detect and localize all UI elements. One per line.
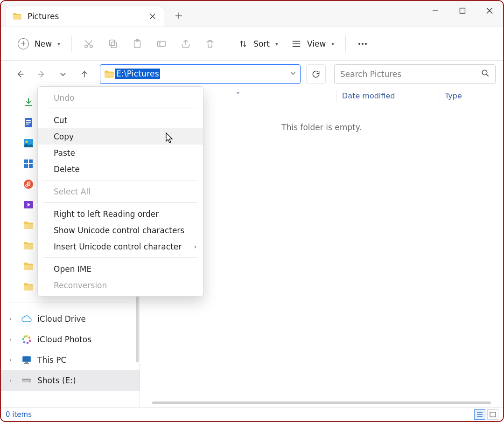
thumbnails-view-button[interactable] <box>487 409 498 420</box>
tree-label: iCloud Photos <box>37 335 91 344</box>
new-tab-button[interactable] <box>172 9 186 23</box>
svg-point-9 <box>362 43 364 45</box>
menu-item-rtl[interactable]: Right to left Reading order <box>38 206 203 222</box>
svg-point-8 <box>358 43 360 45</box>
title-bar: Pictures <box>1 1 503 27</box>
svg-rect-15 <box>26 124 29 125</box>
search-input[interactable]: Search Pictures <box>334 64 496 84</box>
menu-item-select-all: Select All <box>38 183 203 200</box>
sort-caret-icon: ˇ <box>236 90 240 102</box>
svg-point-26 <box>28 337 31 339</box>
folder-icon <box>13 13 22 20</box>
tab-close-button[interactable] <box>148 10 157 23</box>
new-label: New <box>35 39 52 48</box>
svg-rect-33 <box>23 357 30 361</box>
chevron-right-icon[interactable]: › <box>9 357 16 363</box>
folder-icon <box>23 282 34 292</box>
toolbar-separator <box>71 35 72 52</box>
menu-item-undo: Undo <box>38 90 203 106</box>
recent-locations-button[interactable] <box>53 65 73 83</box>
chevron-right-icon[interactable]: › <box>9 316 16 322</box>
tree-item-shots-drive[interactable]: › Shots (E:) <box>1 370 140 391</box>
svg-point-29 <box>23 341 26 344</box>
svg-point-17 <box>26 141 28 143</box>
copy-button[interactable] <box>102 34 124 54</box>
folder-icon <box>23 241 34 251</box>
chevron-right-icon: › <box>194 243 196 250</box>
folder-icon <box>23 261 34 271</box>
cut-button[interactable] <box>77 34 100 54</box>
column-header-date[interactable]: Date modified <box>336 90 439 102</box>
content-horizontal-scrollbar[interactable] <box>152 401 491 404</box>
svg-rect-14 <box>26 122 31 123</box>
svg-point-38 <box>29 381 30 382</box>
minimize-button[interactable] <box>422 1 449 21</box>
address-bar[interactable]: E:\Pictures <box>100 64 301 84</box>
menu-item-cut[interactable]: Cut <box>38 112 203 128</box>
menu-item-paste[interactable]: Paste <box>38 145 203 161</box>
svg-rect-35 <box>24 363 29 364</box>
chevron-right-icon[interactable]: › <box>9 377 16 384</box>
svg-point-10 <box>365 43 367 45</box>
menu-item-copy[interactable]: Copy <box>38 128 203 145</box>
tree-item-icloud-photos[interactable]: › iCloud Photos <box>1 329 140 350</box>
sort-label: Sort <box>253 39 270 48</box>
menu-item-open-ime[interactable]: Open IME <box>38 261 203 277</box>
svg-point-30 <box>22 338 25 340</box>
more-button[interactable] <box>351 34 374 54</box>
toolbar-separator <box>227 35 227 52</box>
window-controls <box>422 1 503 27</box>
forward-button[interactable] <box>32 65 51 83</box>
maximize-button[interactable] <box>449 1 476 21</box>
tab-pictures[interactable]: Pictures <box>6 6 164 27</box>
svg-rect-13 <box>26 120 31 121</box>
folder-icon <box>23 220 34 230</box>
photos-icon <box>21 334 32 345</box>
paste-button[interactable] <box>126 34 148 54</box>
address-path-selected[interactable]: E:\Pictures <box>115 69 160 79</box>
chevron-down-icon: ▾ <box>275 41 278 47</box>
monitor-icon <box>21 355 32 365</box>
details-view-button[interactable] <box>474 409 485 420</box>
new-button[interactable]: + New ▾ <box>12 34 66 54</box>
svg-point-27 <box>29 340 31 342</box>
up-button[interactable] <box>75 65 94 83</box>
chevron-right-icon[interactable]: › <box>9 336 16 343</box>
status-item-count: 0 items <box>6 410 32 419</box>
view-label: View <box>307 39 326 48</box>
svg-rect-34 <box>25 362 28 363</box>
view-button[interactable]: View ▾ <box>286 34 340 54</box>
sort-button[interactable]: Sort ▾ <box>233 34 284 54</box>
chevron-down-icon: ▾ <box>57 41 60 47</box>
svg-rect-3 <box>111 42 116 48</box>
back-button[interactable] <box>10 65 30 83</box>
drive-icon <box>21 375 32 386</box>
tree-label: This PC <box>37 355 66 365</box>
delete-button[interactable] <box>199 34 221 54</box>
tree-item-this-pc[interactable]: › This PC <box>1 350 140 370</box>
menu-item-insert-unicode[interactable]: Insert Unicode control character› <box>38 238 203 255</box>
cloud-icon <box>21 314 32 324</box>
toolbar-separator <box>345 35 346 52</box>
close-window-button[interactable] <box>476 1 503 21</box>
menu-item-delete[interactable]: Delete <box>38 161 203 177</box>
pictures-icon <box>23 138 34 148</box>
refresh-button[interactable] <box>306 64 326 84</box>
tree-item-icloud-drive[interactable]: › iCloud Drive <box>1 309 140 329</box>
svg-rect-20 <box>24 164 28 168</box>
address-history-dropdown[interactable] <box>290 69 296 78</box>
svg-point-25 <box>26 335 28 338</box>
rename-button[interactable] <box>150 34 173 54</box>
svg-rect-0 <box>460 8 465 14</box>
column-header-type[interactable]: Type <box>439 90 503 102</box>
menu-item-show-unicode[interactable]: Show Unicode control characters <box>38 222 203 238</box>
tree-label: iCloud Drive <box>37 314 86 324</box>
menu-item-reconversion: Reconversion <box>38 277 203 293</box>
tab-title: Pictures <box>28 12 59 21</box>
videos-icon <box>23 200 34 210</box>
chevron-down-icon: ▾ <box>331 41 334 47</box>
svg-rect-21 <box>29 164 33 168</box>
mouse-cursor-icon <box>166 132 174 144</box>
svg-point-28 <box>27 342 29 344</box>
share-button[interactable] <box>175 34 197 54</box>
